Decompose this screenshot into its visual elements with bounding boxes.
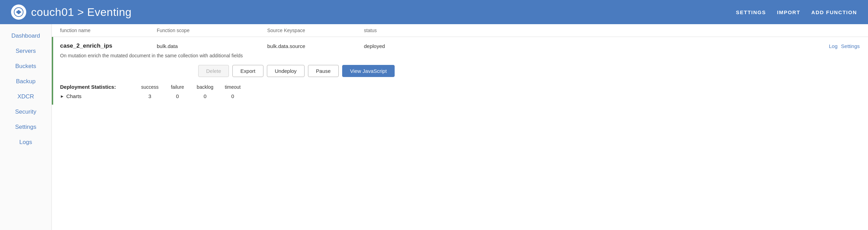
function-source: bulk.data.source xyxy=(267,43,364,49)
sidebar-item-buckets[interactable]: Buckets xyxy=(0,59,51,74)
charts-label: Charts xyxy=(66,93,81,99)
app-logo xyxy=(11,4,26,20)
function-description: On mutation enrich the mutated document … xyxy=(60,52,281,59)
function-settings-link[interactable]: Settings xyxy=(841,43,860,49)
sidebar-item-settings[interactable]: Settings xyxy=(0,119,51,135)
sidebar-item-backup[interactable]: Backup xyxy=(0,74,51,89)
sidebar-item-logs[interactable]: Logs xyxy=(0,135,51,150)
view-javascript-button[interactable]: View JavaScript xyxy=(342,65,395,77)
charts-row: ► Charts 3 0 0 0 xyxy=(60,93,247,99)
function-name: case_2_enrich_ips xyxy=(60,42,157,49)
header-left: couch01 > Eventing xyxy=(11,4,132,20)
charts-toggle[interactable]: ► Charts xyxy=(60,93,136,99)
sidebar-item-servers[interactable]: Servers xyxy=(0,44,51,59)
function-actions: Log Settings xyxy=(433,43,860,49)
col-backlog: backlog xyxy=(191,84,219,90)
col-success: success xyxy=(136,84,164,90)
app-header: couch01 > Eventing SETTINGS IMPORT ADD F… xyxy=(0,0,868,24)
function-scope: bulk.data xyxy=(157,43,267,49)
function-status: deployed xyxy=(364,43,433,49)
function-row-top: case_2_enrich_ips bulk.data bulk.data.so… xyxy=(60,42,860,49)
chevron-right-icon: ► xyxy=(60,94,64,99)
sidebar-item-security[interactable]: Security xyxy=(0,104,51,119)
export-button[interactable]: Export xyxy=(232,65,263,77)
col-timeout: timeout xyxy=(219,84,247,90)
stats-col-headers: success failure backlog timeout xyxy=(136,84,247,90)
pause-button[interactable]: Pause xyxy=(308,65,339,77)
header-nav: SETTINGS IMPORT ADD FUNCTION xyxy=(736,9,857,15)
sidebar-item-xdcr[interactable]: XDCR xyxy=(0,89,51,104)
sidebar-item-dashboard[interactable]: Dashboard xyxy=(0,28,51,44)
delete-button[interactable]: Delete xyxy=(198,65,229,77)
page-title: couch01 > Eventing xyxy=(31,6,132,19)
sidebar: Dashboard Servers Buckets Backup XDCR Se… xyxy=(0,24,52,230)
nav-import[interactable]: IMPORT xyxy=(777,9,800,15)
col-failure: failure xyxy=(164,84,191,90)
table-header: function name Function scope Source Keys… xyxy=(52,24,868,37)
col-actions xyxy=(433,28,860,33)
col-function-scope: Function scope xyxy=(157,28,267,33)
main-layout: Dashboard Servers Buckets Backup XDCR Se… xyxy=(0,24,868,230)
stat-backlog-value: 0 xyxy=(191,93,219,99)
col-source-keyspace: Source Keyspace xyxy=(267,28,364,33)
log-link[interactable]: Log xyxy=(829,43,838,49)
nav-settings[interactable]: SETTINGS xyxy=(736,9,766,15)
svg-point-1 xyxy=(17,10,20,14)
function-buttons: Delete Export Undeploy Pause View JavaSc… xyxy=(198,65,860,77)
undeploy-button[interactable]: Undeploy xyxy=(267,65,305,77)
deployment-stats: Deployment Statistics: success failure b… xyxy=(60,84,860,99)
col-status: status xyxy=(364,28,433,33)
stat-success-value: 3 xyxy=(136,93,164,99)
stat-timeout-value: 0 xyxy=(219,93,247,99)
nav-add-function[interactable]: ADD FUNCTION xyxy=(811,9,857,15)
stat-failure-value: 0 xyxy=(164,93,191,99)
stats-header-row: Deployment Statistics: success failure b… xyxy=(60,84,247,90)
deployment-stats-label: Deployment Statistics: xyxy=(60,84,136,90)
main-content: function name Function scope Source Keys… xyxy=(52,24,868,230)
function-row: case_2_enrich_ips bulk.data bulk.data.so… xyxy=(52,37,868,105)
col-function-name: function name xyxy=(60,28,157,33)
